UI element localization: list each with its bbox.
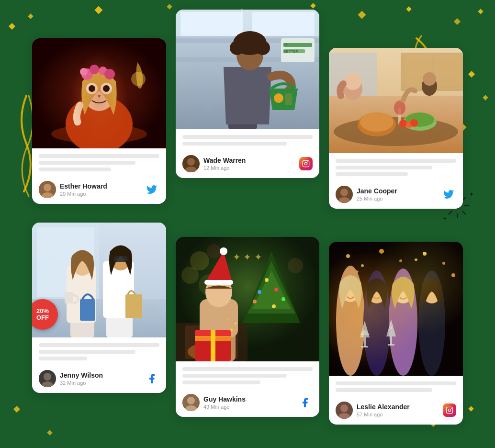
svg-text:BETTER: BETTER: [283, 49, 299, 54]
svg-point-58: [274, 93, 283, 103]
facebook-icon-jenny[interactable]: [144, 371, 159, 386]
svg-point-169: [392, 325, 393, 326]
user-time-wade: 12 Min ago: [203, 165, 246, 171]
card-image-party: [329, 242, 463, 376]
svg-rect-155: [434, 275, 438, 279]
instagram-icon-wade[interactable]: [299, 157, 313, 170]
svg-rect-132: [204, 280, 233, 285]
svg-text:✦: ✦: [228, 326, 235, 334]
svg-point-34: [90, 65, 99, 74]
card-5-text-lines: [182, 367, 313, 384]
card-jane-cooper[interactable]: Jane Cooper 25 Min ago: [329, 48, 463, 209]
user-name-jane: Jane Cooper: [357, 187, 397, 195]
twitter-icon-jane[interactable]: [441, 187, 456, 202]
svg-point-149: [423, 252, 427, 256]
user-text-wade: Wade Warren 12 Min ago: [203, 157, 246, 171]
svg-point-162: [418, 270, 445, 376]
svg-text:IS: IS: [283, 42, 287, 46]
card-jenny-wilson[interactable]: 20% OFF: [32, 223, 166, 393]
card-4-footer: Jenny Wilson 32 Min ago: [39, 366, 159, 387]
text-line: [336, 166, 432, 169]
svg-point-85: [344, 73, 361, 90]
svg-point-148: [399, 259, 402, 262]
avatar-jane: [336, 186, 353, 203]
user-text-guy: Guy Hawkins 49 Min ago: [203, 395, 246, 410]
cards-grid: Esther Howard 20 Min ago: [24, 10, 471, 438]
svg-point-142: [187, 397, 195, 404]
user-info-esther: Esther Howard 20 Min ago: [39, 181, 107, 198]
svg-point-43: [44, 184, 51, 191]
svg-rect-50: [252, 12, 315, 36]
user-info-leslie: Leslie Alexander 57 Min ago: [336, 402, 410, 419]
svg-rect-75: [434, 55, 461, 86]
badge-line1: 20%: [36, 308, 49, 314]
avatar-leslie: [336, 402, 353, 419]
svg-rect-28: [32, 38, 166, 148]
user-time-leslie: 57 Min ago: [357, 412, 410, 417]
svg-rect-59: [285, 93, 292, 105]
user-name-leslie: Leslie Alexander: [357, 403, 410, 411]
text-line: [182, 381, 260, 384]
svg-rect-13: [13, 406, 20, 413]
svg-point-31: [82, 71, 116, 111]
card-2-footer: Wade Warren 12 Min ago: [182, 151, 313, 172]
svg-point-160: [389, 269, 417, 376]
card-esther-howard[interactable]: Esther Howard 20 Min ago: [32, 38, 166, 204]
svg-point-157: [340, 277, 361, 302]
svg-rect-164: [364, 337, 366, 347]
card-wade-warren[interactable]: IS BETTER W: [176, 10, 319, 178]
svg-rect-68: [303, 160, 309, 167]
card-3-footer: Jane Cooper 25 Min ago: [336, 182, 456, 203]
svg-point-119: [253, 300, 257, 303]
user-info-guy: Guy Hawkins 49 Min ago: [182, 394, 246, 411]
svg-rect-153: [355, 270, 359, 274]
svg-rect-154: [414, 258, 417, 261]
svg-rect-174: [446, 407, 452, 413]
svg-point-37: [86, 83, 98, 94]
text-line: [39, 357, 87, 360]
user-info-jane: Jane Cooper 25 Min ago: [336, 186, 397, 203]
svg-point-38: [101, 83, 112, 94]
svg-point-33: [80, 68, 88, 76]
svg-rect-167: [388, 344, 394, 346]
svg-point-109: [44, 373, 51, 381]
svg-point-120: [272, 304, 276, 308]
user-text-jenny: Jenny Wilson 32 Min ago: [60, 371, 103, 386]
card-6-content: Leslie Alexander 57 Min ago: [329, 376, 463, 425]
twitter-icon-esther[interactable]: [144, 182, 159, 197]
card-1-text-lines: [39, 154, 159, 171]
user-time-esther: 20 Min ago: [60, 191, 107, 197]
card-6-text-lines: [336, 381, 456, 392]
svg-point-156: [336, 266, 365, 376]
svg-rect-106: [65, 292, 73, 303]
svg-rect-137: [195, 336, 231, 341]
svg-point-39: [89, 85, 95, 92]
text-line: [39, 350, 135, 354]
text-line: [39, 343, 159, 347]
svg-point-36: [104, 69, 115, 79]
svg-rect-0: [9, 23, 15, 30]
svg-point-77: [334, 117, 458, 146]
svg-rect-3: [167, 4, 172, 9]
facebook-icon-guy[interactable]: [297, 395, 313, 410]
svg-point-79: [360, 112, 394, 132]
text-line: [182, 367, 313, 371]
svg-point-115: [265, 278, 269, 282]
instagram-icon-leslie[interactable]: [443, 403, 456, 417]
user-text-esther: Esther Howard 20 Min ago: [60, 182, 107, 197]
card-1-footer: Esther Howard 20 Min ago: [39, 177, 159, 198]
svg-point-159: [367, 280, 386, 303]
svg-point-56: [237, 35, 248, 46]
user-text-jane: Jane Cooper 25 Min ago: [357, 187, 397, 202]
svg-rect-9: [478, 9, 483, 14]
svg-point-122: [207, 244, 221, 258]
svg-point-125: [288, 258, 303, 273]
card-guy-hawkins[interactable]: ✦ ✦ ✦: [176, 237, 319, 417]
svg-point-145: [346, 254, 350, 258]
text-line: [39, 168, 111, 171]
card-leslie-alexander[interactable]: Leslie Alexander 57 Min ago: [329, 242, 463, 425]
card-5-footer: Guy Hawkins 49 Min ago: [182, 390, 313, 411]
card-image-christmas: ✦ ✦ ✦: [176, 237, 319, 361]
text-line: [336, 381, 456, 385]
card-image-thanksgiving: [329, 48, 463, 153]
